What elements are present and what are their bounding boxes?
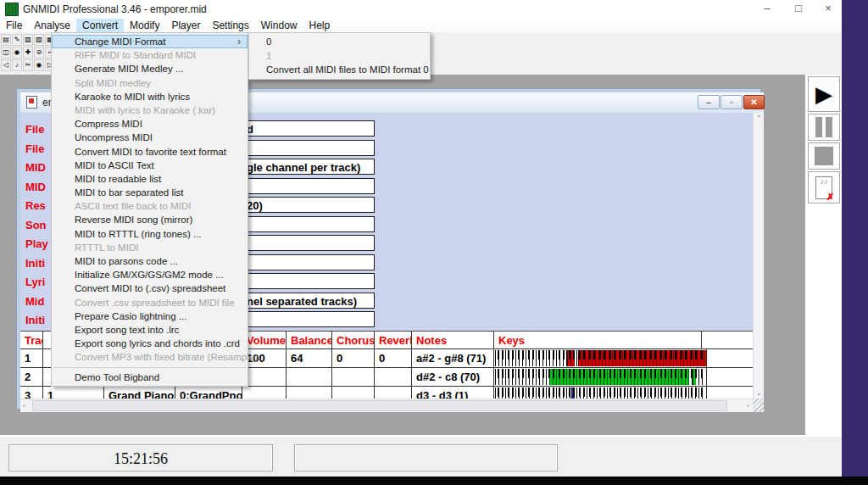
menu-item[interactable]: RTTTL to MIDI bbox=[52, 241, 248, 254]
menu-item[interactable]: MIDI to RTTTL (ring tones) ... bbox=[52, 227, 248, 241]
info-label: Son bbox=[25, 219, 47, 231]
info-label: MID bbox=[25, 161, 46, 174]
stop-icon bbox=[815, 147, 833, 165]
close-button[interactable]: × bbox=[815, 0, 842, 19]
play-icon: ▶ bbox=[815, 81, 832, 108]
menu-item[interactable]: Convert MIDI to favorite text format bbox=[52, 145, 248, 159]
keys-keyboard bbox=[494, 387, 707, 399]
info-label: MID bbox=[25, 181, 46, 193]
minimize-button[interactable]: – bbox=[753, 0, 782, 19]
table-cell: Grand Piano bbox=[104, 387, 175, 399]
menu-item[interactable]: MIDI to parsons code ... bbox=[52, 254, 248, 268]
table-cell: Balance bbox=[287, 332, 332, 348]
child-close-button[interactable]: ✕ bbox=[743, 95, 765, 109]
menubar-item[interactable]: Player bbox=[165, 19, 206, 32]
window-icon[interactable]: ◫ bbox=[1, 47, 11, 59]
menubar-item[interactable]: Analyse bbox=[28, 19, 76, 32]
menu-item[interactable]: RIFF MIDI to Standard MIDI bbox=[52, 48, 248, 62]
menu-item[interactable]: Export song lyrics and chords into .crd bbox=[52, 337, 248, 350]
menu-item[interactable]: MIDI to bar separated list bbox=[52, 186, 248, 199]
scroll-left-icon[interactable]: ‹ bbox=[23, 402, 25, 410]
table-cell: d3 - d3 (1) bbox=[412, 387, 494, 399]
cut-icon[interactable]: ✂ bbox=[23, 59, 33, 71]
convert-menu: Change MIDI Format RIFF MIDI to Standard… bbox=[51, 32, 248, 387]
submenu-item[interactable]: 0 bbox=[249, 35, 430, 49]
table-cell: d#2 - c8 (70) bbox=[412, 368, 494, 386]
menu-item[interactable]: Convert .csv spreadsheet to MIDI file bbox=[52, 296, 248, 309]
menu-item[interactable]: Change MIDI Format bbox=[52, 35, 248, 48]
status-panel bbox=[294, 444, 558, 471]
maximize-button[interactable]: □ bbox=[784, 0, 813, 19]
table-row[interactable]: 31Grand Piano0:GrandPnod3 - d3 (1) bbox=[20, 387, 753, 399]
horizontal-scrollbar[interactable]: ‹ › bbox=[20, 399, 753, 412]
pause-button[interactable] bbox=[808, 114, 840, 141]
title-bar: GNMIDI Professional 3.46 - emporer.mid –… bbox=[0, 0, 842, 19]
change-midi-format-submenu: 0 1 Convert all MIDI files to MIDI forma… bbox=[248, 32, 431, 80]
menu-item[interactable]: MIDI to ASCII Text bbox=[52, 159, 248, 172]
table-cell bbox=[332, 368, 375, 386]
bell-icon[interactable]: ◉ bbox=[12, 47, 22, 59]
menu-item[interactable]: Convert MIDI to (.csv) spreadsheet bbox=[52, 282, 248, 295]
scrollbar-thumb[interactable] bbox=[32, 400, 727, 411]
menu-item[interactable]: Export song text into .lrc bbox=[52, 323, 248, 337]
resize-grip[interactable] bbox=[753, 399, 764, 412]
table-cell bbox=[242, 387, 287, 399]
menubar-item[interactable]: Convert bbox=[76, 19, 124, 32]
menubar-item[interactable]: Modify bbox=[124, 19, 165, 32]
pause-icon bbox=[815, 117, 822, 137]
scroll-down-icon[interactable]: ⌄ bbox=[756, 389, 762, 397]
speaker-icon[interactable]: ◁ bbox=[1, 59, 11, 71]
menu-item[interactable]: MIDI to readable list bbox=[52, 172, 248, 186]
record-icon[interactable]: ◉ bbox=[34, 59, 44, 71]
scroll-right-icon[interactable]: › bbox=[747, 402, 749, 410]
vertical-scrollbar[interactable]: ⌃ ⌄ bbox=[753, 113, 764, 399]
table-cell: 64 bbox=[287, 349, 332, 367]
child-minimize-button[interactable]: – bbox=[698, 95, 720, 109]
open-folder-icon[interactable]: ▨ bbox=[23, 34, 33, 46]
screen: GNMIDI Professional 3.46 - emporer.mid –… bbox=[0, 0, 868, 485]
add-icon[interactable]: ✚ bbox=[23, 47, 33, 59]
edit-pen-icon[interactable]: ✎ bbox=[12, 34, 22, 46]
info-value: 20) bbox=[247, 199, 263, 212]
table-cell bbox=[287, 368, 332, 386]
menu-item[interactable]: Reverse MIDI song (mirror) bbox=[52, 213, 248, 226]
remove-midi-button[interactable]: ♪♪ ✗ bbox=[808, 171, 840, 203]
info-label: Mid bbox=[25, 295, 44, 308]
menubar-item[interactable]: Window bbox=[255, 19, 303, 32]
toolbar-grid: ▤ ✎ ▨ ▨ ▦ ◫ ◉ ✚ bbox=[1, 34, 53, 71]
no-entry-icon[interactable]: ⊘ bbox=[34, 47, 44, 59]
keys-keyboard bbox=[494, 368, 707, 386]
menu-item[interactable]: ASCII text file back to MIDI bbox=[52, 199, 248, 213]
table-cell: 2 bbox=[20, 368, 43, 386]
child-maximize-button[interactable]: ▫ bbox=[721, 95, 743, 109]
stop-button[interactable] bbox=[808, 142, 840, 170]
open-folder-2-icon[interactable]: ▨ bbox=[34, 34, 44, 46]
table-cell: 3 bbox=[20, 387, 43, 399]
submenu-item[interactable]: 1 bbox=[249, 49, 430, 64]
menu-item[interactable]: Karaoke to MIDI with lyrics bbox=[52, 90, 248, 103]
menu-item[interactable]: MIDI with lyrics to Karaoke (.kar) bbox=[52, 103, 248, 117]
taskbar bbox=[0, 477, 868, 485]
menubar-item[interactable]: Help bbox=[303, 19, 336, 32]
submenu-item[interactable]: Convert all MIDI files to MIDI format 0 bbox=[249, 63, 430, 77]
table-cell bbox=[375, 387, 412, 399]
menu-item[interactable]: Split MIDI medley bbox=[52, 76, 248, 90]
clock-panel: 15:21:56 bbox=[8, 444, 273, 471]
menu-item[interactable]: Uncompress MIDI bbox=[52, 131, 248, 144]
menu-item[interactable]: Demo Tool Bigband bbox=[52, 371, 248, 384]
note-icon[interactable]: ♪ bbox=[12, 59, 22, 71]
menubar-item[interactable]: File bbox=[0, 19, 28, 32]
app-logo-icon bbox=[5, 3, 19, 16]
menu-item[interactable]: Generate MIDI Medley ... bbox=[52, 62, 248, 75]
play-button[interactable]: ▶ bbox=[808, 76, 840, 112]
menu-item[interactable]: Compress MIDI bbox=[52, 117, 248, 131]
copy-icon[interactable]: ▤ bbox=[1, 34, 11, 46]
table-cell: 0 bbox=[375, 349, 412, 367]
menu-item[interactable]: Prepare Casio lightning ... bbox=[52, 309, 248, 323]
menu-item[interactable]: Convert MP3 with fixed bitrate (Resample… bbox=[52, 350, 248, 364]
menu-item[interactable]: Initialize GM/XG/GS/GM2 mode ... bbox=[52, 268, 248, 282]
info-label: Play bbox=[25, 237, 48, 250]
menubar-item[interactable]: Settings bbox=[206, 19, 254, 32]
table-cell bbox=[287, 387, 332, 399]
scroll-up-icon[interactable]: ⌃ bbox=[756, 114, 762, 122]
